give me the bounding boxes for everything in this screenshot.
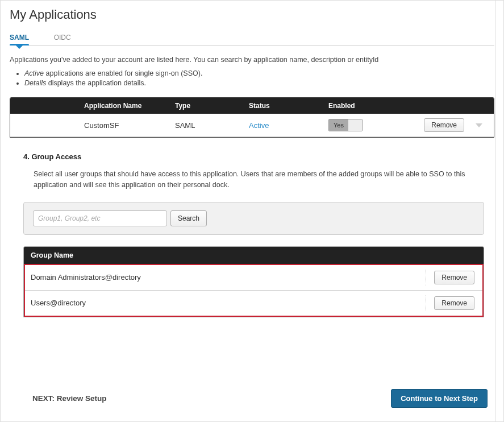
app-actions: Remove xyxy=(408,118,494,132)
app-container: My Applications SAML OIDC Applications y… xyxy=(1,1,503,332)
intro-bullet-rest: applications are enabled for single sign… xyxy=(44,69,202,77)
status-link[interactable]: Active xyxy=(249,121,269,130)
enabled-toggle[interactable]: Yes xyxy=(328,119,363,131)
intro-bullet: Details displays the application details… xyxy=(24,79,494,87)
intro-bullet-rest: displays the application details. xyxy=(46,79,146,87)
search-button[interactable]: Search xyxy=(170,210,207,226)
table-row: CustomSF SAML Active Yes Remove xyxy=(10,114,494,137)
chevron-down-icon[interactable] xyxy=(476,123,482,127)
col-header-status: Status xyxy=(249,102,328,110)
col-header-type: Type xyxy=(175,102,249,110)
remove-group-button[interactable]: Remove xyxy=(434,271,474,284)
footer: NEXT: Review Setup Continue to Next Step xyxy=(10,389,488,408)
col-header-enabled: Enabled xyxy=(328,102,408,110)
intro-list: Active applications are enabled for sing… xyxy=(24,69,494,87)
group-panel-header: Group Name xyxy=(24,247,484,264)
section-title: 4. Group Access xyxy=(23,152,484,161)
page-title: My Applications xyxy=(10,7,494,22)
section-description: Select all user groups that should have … xyxy=(34,169,484,191)
col-header-name: Application Name xyxy=(10,102,175,110)
group-row: Domain Administrators@directory Remove xyxy=(25,265,482,291)
group-panel: Group Name Domain Administrators@directo… xyxy=(23,246,484,317)
right-gutter xyxy=(495,1,503,421)
tab-oidc[interactable]: OIDC xyxy=(54,30,71,45)
group-row: Users@directory Remove xyxy=(25,291,482,316)
next-step-label: NEXT: Review Setup xyxy=(10,394,107,403)
group-name: Users@directory xyxy=(31,299,86,307)
search-box: Search xyxy=(23,202,484,235)
group-row-actions: Remove xyxy=(426,295,474,311)
applications-table: Application Name Type Status Enabled Cus… xyxy=(10,97,494,138)
col-header-actions xyxy=(408,102,494,110)
tab-saml[interactable]: SAML xyxy=(10,30,29,45)
app-status: Active xyxy=(249,121,328,130)
app-enabled-cell: Yes xyxy=(328,119,408,131)
group-row-actions: Remove xyxy=(426,270,474,286)
group-rows-highlighted: Domain Administrators@directory Remove U… xyxy=(24,264,484,317)
separator xyxy=(426,295,426,311)
remove-group-button[interactable]: Remove xyxy=(434,296,474,310)
table-header-row: Application Name Type Status Enabled xyxy=(10,98,494,114)
group-access-section: 4. Group Access Select all user groups t… xyxy=(10,138,494,323)
toggle-off-handle xyxy=(348,119,362,131)
group-search-input[interactable] xyxy=(33,210,167,226)
tabs: SAML OIDC xyxy=(10,30,494,45)
intro-bullet-em: Active xyxy=(24,69,44,77)
remove-app-button[interactable]: Remove xyxy=(424,118,464,132)
toggle-on-label: Yes xyxy=(329,119,348,131)
intro-text: Applications you've added to your accoun… xyxy=(10,56,494,64)
app-type: SAML xyxy=(175,121,249,130)
intro-bullet-em: Details xyxy=(24,79,46,87)
continue-button[interactable]: Continue to Next Step xyxy=(391,389,488,408)
intro-bullet: Active applications are enabled for sing… xyxy=(24,69,494,77)
group-name: Domain Administrators@directory xyxy=(31,273,141,282)
app-name: CustomSF xyxy=(10,121,175,130)
separator xyxy=(426,270,426,286)
